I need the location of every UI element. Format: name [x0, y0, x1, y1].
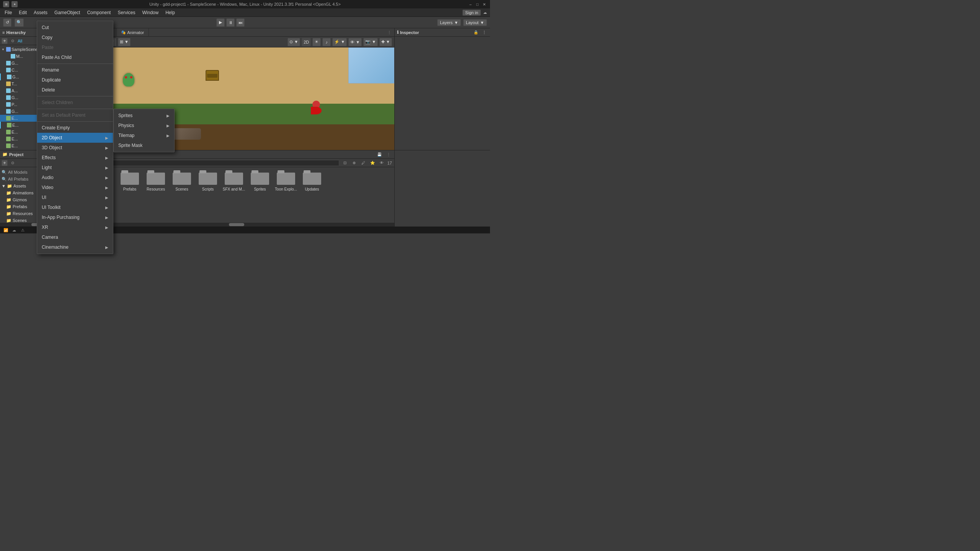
ctx-delete[interactable]: Delete [37, 85, 113, 95]
ctx-rename-label: Rename [42, 67, 59, 73]
asset-browser-more-icon[interactable]: ⋮ [385, 151, 392, 158]
ctx-ui-toolkit[interactable]: UI Toolkit ▶ [37, 202, 113, 212]
asset-folder-updates[interactable]: Updates [301, 170, 323, 191]
menu-gameobject[interactable]: GameObject [51, 9, 83, 16]
asset-browser-save-icon[interactable]: 💾 [376, 151, 383, 158]
ctx-copy[interactable]: Copy [37, 33, 113, 42]
maximize-btn[interactable]: □ [475, 2, 480, 7]
asset-filter-1[interactable]: ⊡ [341, 160, 348, 166]
menu-file[interactable]: File [2, 9, 15, 16]
scene-fx-btn[interactable]: ⚡ ▼ [332, 38, 347, 46]
menu-services[interactable]: Services [114, 9, 138, 16]
asset-filter-4[interactable]: ⭐ [369, 160, 376, 166]
ctx-audio[interactable]: Audio ▶ [37, 173, 113, 183]
ctx-create-empty[interactable]: Create Empty [37, 123, 113, 133]
folder-icon: 📁 [7, 184, 12, 189]
wifi-icon: 📶 [3, 227, 8, 233]
inspector-icon: ℹ [397, 30, 399, 35]
scene-grid-btn[interactable]: ⊞ ▼ [118, 38, 131, 46]
ctx-camera[interactable]: Camera [37, 232, 113, 242]
layout-label: Layout [466, 20, 479, 25]
asset-folder-resources[interactable]: Resources [144, 170, 167, 191]
menu-assets[interactable]: Assets [31, 9, 51, 16]
menu-help[interactable]: Help [162, 9, 178, 16]
ctx-select-children: Select Children [37, 98, 113, 108]
asset-folder-sfx[interactable]: SFX and M... [222, 170, 245, 191]
project-search-icon[interactable]: ⊙ [9, 160, 16, 166]
ctx-3d-object[interactable]: 3D Object ▶ [37, 143, 113, 153]
scene-light-btn[interactable]: ☀ [312, 38, 321, 46]
asset-filter-3[interactable]: 🖊 [360, 160, 367, 166]
inspector-lock-btn[interactable]: 🔒 [472, 29, 479, 36]
folder-icon [303, 170, 321, 186]
scene-2d-btn[interactable]: 2D [302, 38, 311, 46]
item-label: G... [11, 109, 18, 114]
ctx-xr[interactable]: XR ▶ [37, 222, 113, 232]
menu-window[interactable]: Window [139, 9, 162, 16]
asset-filter-2[interactable]: ⊕ [351, 160, 358, 166]
asset-folder-sprites[interactable]: Sprites [248, 170, 271, 191]
asset-folder-toon[interactable]: Toon Explo... [274, 170, 297, 191]
hierarchy-add-button[interactable]: + [2, 38, 8, 44]
scene-audio-btn[interactable]: ♪ [322, 38, 331, 46]
scene-gizmos2-btn[interactable]: ✚ ▼ [379, 38, 392, 46]
ctx-paste-as-child[interactable]: Paste As Child [37, 52, 113, 62]
ctx-cinemachine[interactable]: Cinemachine ▶ [37, 242, 113, 252]
tab-animator[interactable]: 🎭 Animator [116, 28, 149, 37]
ctx-set-default-parent-label: Set as Default Parent [42, 112, 85, 118]
ctx-in-app-purchasing[interactable]: In-App Purchasing ▶ [37, 212, 113, 222]
search-btn[interactable]: 🔍 [15, 18, 24, 27]
undo-btn[interactable]: ↺ [3, 18, 11, 27]
ctx-divider-4 [37, 121, 113, 122]
hierarchy-all-btn[interactable]: All [18, 39, 22, 43]
folder-label: SFX and M... [223, 187, 245, 191]
submenu-sprite-mask[interactable]: Sprite Mask [114, 140, 174, 150]
scene-persp-btn[interactable]: ⊙ ▼ [287, 38, 300, 46]
play-button[interactable]: ▶ [216, 18, 225, 27]
layers-dropdown[interactable]: Layers ▼ [437, 19, 461, 26]
asset-folder-prefabs[interactable]: Prefabs [118, 170, 141, 191]
ctx-video[interactable]: Video ▶ [37, 183, 113, 192]
ctx-divider-3 [37, 109, 113, 109]
menu-component[interactable]: Component [84, 9, 114, 16]
submenu-sprites[interactable]: Sprites ▶ [114, 111, 174, 121]
item-label: E... [12, 123, 19, 127]
menu-edit[interactable]: Edit [16, 9, 30, 16]
pause-button[interactable]: ⏸ [226, 18, 235, 27]
inspector-content [395, 37, 490, 150]
ctx-in-app-arrow: ▶ [105, 215, 108, 220]
ctx-light[interactable]: Light ▶ [37, 163, 113, 173]
scene-hidden-btn[interactable]: 👁 ▼ [348, 38, 362, 46]
close-btn[interactable]: ✕ [482, 2, 487, 7]
folder-label: Updates [305, 187, 319, 191]
submenu-sprites-arrow: ▶ [167, 114, 170, 118]
layout-dropdown[interactable]: Layout ▼ [463, 19, 487, 26]
asset-folder-scenes[interactable]: Scenes [170, 170, 193, 191]
submenu-tilemap-arrow: ▶ [167, 134, 170, 138]
step-button[interactable]: ⏭ [236, 18, 245, 27]
ctx-cut[interactable]: Cut [37, 23, 113, 33]
title-bar-controls: – □ ✕ [468, 2, 487, 7]
ctx-rename[interactable]: Rename [37, 65, 113, 75]
asset-folder-scripts[interactable]: Scripts [196, 170, 219, 191]
ctx-effects[interactable]: Effects ▶ [37, 153, 113, 163]
inspector-more-btn[interactable]: ⋮ [481, 29, 488, 36]
item-label: E... [11, 143, 18, 148]
scene-cam-btn[interactable]: 📷 ▼ [363, 38, 378, 46]
inspector-bottom [394, 150, 490, 227]
sign-in-button[interactable]: Sign in [462, 10, 481, 16]
hierarchy-search-icon[interactable]: ⊙ [9, 37, 16, 44]
cloud-icon[interactable]: ☁ [482, 9, 488, 16]
submenu-sprites-label: Sprites [118, 113, 132, 118]
submenu-2d-object: Sprites ▶ Physics ▶ Tilemap ▶ Sprite Mas… [113, 109, 175, 152]
ctx-ui[interactable]: UI ▶ [37, 192, 113, 202]
ctx-duplicate[interactable]: Duplicate [37, 75, 113, 85]
project-add-btn[interactable]: + [2, 160, 8, 166]
ctx-2d-object[interactable]: 2D Object ▶ [37, 133, 113, 143]
submenu-tilemap[interactable]: Tilemap ▶ [114, 130, 174, 140]
go-icon [6, 68, 11, 72]
scene-more-icon[interactable]: ⋮ [386, 29, 393, 36]
submenu-physics[interactable]: Physics ▶ [114, 121, 174, 130]
title-bar: ⊞ ✦ Unity - gdd-project1 - SampleScene -… [0, 0, 490, 8]
minimize-btn[interactable]: – [468, 2, 473, 7]
